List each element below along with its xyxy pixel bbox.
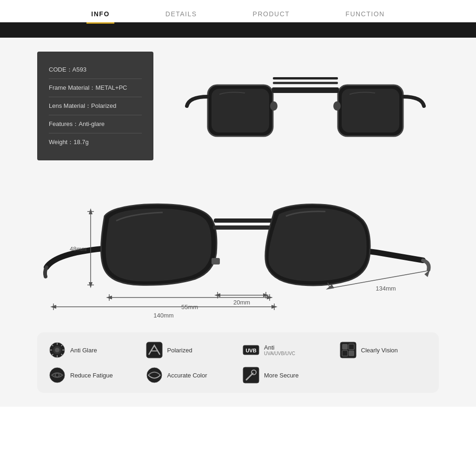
nav-black-bar	[0, 24, 476, 38]
navigation-tabs: INFO DETAILS PRODUCT FUNCTION	[0, 0, 476, 24]
spec-weight-value: 18.7g	[73, 139, 89, 145]
svg-point-60	[56, 374, 59, 377]
svg-rect-6	[272, 87, 339, 93]
info-section: CODE：A593 Frame Material：METAL+PC Lens M…	[37, 52, 439, 160]
spec-code: CODE：A593	[49, 61, 142, 79]
feature-accurate-color: Accurate Color	[146, 367, 234, 383]
spec-lens: Lens Material：Polarized	[49, 97, 142, 115]
more-secure-label: More Secure	[264, 372, 298, 379]
svg-rect-57	[349, 350, 354, 356]
polarized-icon	[146, 342, 163, 358]
spec-code-label: CODE：	[49, 66, 73, 73]
svg-point-7	[270, 101, 278, 111]
more-secure-icon	[243, 367, 259, 383]
clear-vision-icon	[340, 342, 357, 358]
spec-frame-value: METAL+PC	[95, 84, 127, 91]
reduce-fatigue-label: Reduce Fatigue	[70, 372, 113, 379]
spec-frame: Frame Material：METAL+PC	[49, 79, 142, 97]
svg-text:UVB: UVB	[245, 348, 256, 353]
tab-function[interactable]: FUNCTION	[317, 6, 412, 22]
spec-weight: Weight：18.7g	[49, 133, 142, 151]
spec-features: Features：Anti-glare	[49, 115, 142, 133]
specs-card: CODE：A593 Frame Material：METAL+PC Lens M…	[37, 52, 153, 160]
dimensions-section: 48mm 20mm 55mm 140mm	[37, 170, 439, 328]
anti-glare-icon	[49, 342, 66, 358]
anti-glare-label: Anti Glare	[70, 347, 97, 354]
feature-clearly-vision: Clearly Vision	[340, 342, 428, 358]
uvb-icon: UVB	[243, 342, 259, 358]
main-content: CODE：A593 Frame Material：METAL+PC Lens M…	[0, 38, 476, 407]
svg-rect-3	[212, 89, 269, 132]
svg-rect-0	[273, 77, 338, 79]
polarized-label: Polarized	[167, 347, 192, 354]
spec-features-value: Anti-glare	[79, 120, 105, 127]
spec-code-value: A593	[73, 66, 86, 73]
accurate-color-icon	[146, 367, 163, 383]
tab-product[interactable]: PRODUCT	[225, 6, 318, 22]
svg-point-61	[147, 368, 162, 383]
svg-point-8	[333, 101, 341, 111]
dim-height-label: 48mm	[70, 245, 86, 252]
feature-reduce-fatigue: Reduce Fatigue	[49, 367, 137, 383]
dim-temple-label: 134mm	[376, 285, 396, 292]
svg-rect-12	[212, 258, 220, 264]
feature-polarized: Polarized	[146, 342, 234, 358]
feature-empty	[340, 367, 428, 383]
feature-more-secure: More Secure	[243, 367, 331, 383]
tab-info[interactable]: INFO	[63, 6, 137, 22]
svg-rect-9	[214, 218, 274, 223]
svg-rect-10	[213, 225, 275, 230]
dim-bridge-label: 20mm	[233, 299, 250, 306]
spec-features-label: Features：	[49, 120, 79, 127]
spec-lens-value: Polarized	[91, 102, 116, 109]
dim-frame-label: 140mm	[153, 312, 173, 319]
glasses-top-image	[172, 52, 439, 160]
svg-rect-1	[273, 82, 338, 84]
uvb-main-label: Anti	[264, 344, 295, 351]
tab-details[interactable]: DETAILS	[138, 6, 225, 22]
svg-rect-5	[342, 89, 399, 132]
clearly-vision-label: Clearly Vision	[361, 347, 398, 354]
spec-weight-label: Weight：	[49, 139, 73, 145]
reduce-fatigue-icon	[49, 367, 66, 383]
svg-rect-54	[342, 344, 348, 350]
uvb-sub-label: UVA/UVB/UVC	[264, 351, 295, 356]
features-panel: Anti Glare Polarized UVB Anti	[37, 332, 439, 393]
feature-uvb: UVB Anti UVA/UVB/UVC	[243, 342, 331, 358]
spec-lens-label: Lens Material：	[49, 102, 91, 109]
svg-point-48	[55, 348, 60, 352]
accurate-color-label: Accurate Color	[167, 372, 207, 379]
feature-anti-glare: Anti Glare	[49, 342, 137, 358]
spec-frame-label: Frame Material：	[49, 84, 95, 91]
